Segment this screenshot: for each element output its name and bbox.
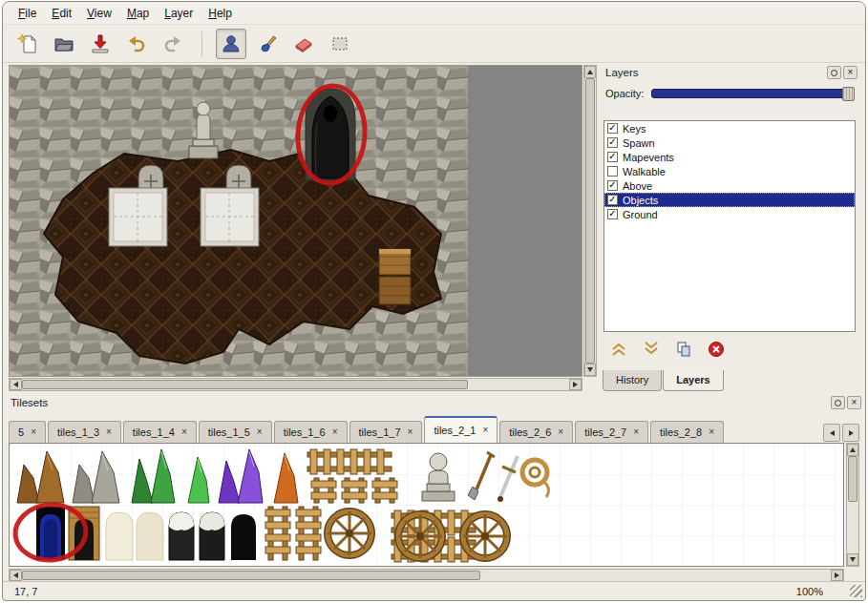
layer-row-keys[interactable]: Keys: [604, 121, 855, 135]
tab-close-icon[interactable]: ×: [31, 427, 36, 437]
selection-tool-button[interactable]: [325, 29, 355, 59]
tileset-tab[interactable]: tiles_2_1 ×: [424, 416, 498, 443]
scroll-up-button[interactable]: [584, 66, 596, 78]
eraser-tool-button[interactable]: [288, 29, 319, 59]
tab-close-icon[interactable]: ×: [181, 427, 187, 437]
scrollbar-thumb[interactable]: [585, 78, 595, 364]
layer-label: Mapevents: [623, 152, 674, 163]
tab-close-icon[interactable]: ×: [332, 427, 338, 437]
layer-row-spawn[interactable]: Spawn: [604, 135, 855, 150]
panel-close-button[interactable]: ×: [847, 396, 861, 409]
tab-close-icon[interactable]: ×: [106, 427, 112, 437]
opacity-slider-handle[interactable]: [842, 87, 855, 101]
layer-visibility-checkbox[interactable]: [607, 152, 618, 162]
tileset-tab[interactable]: 5 ×: [9, 421, 46, 443]
scroll-down-button[interactable]: [584, 364, 596, 376]
delete-layer-button[interactable]: [703, 339, 729, 359]
brush-tool-icon: [257, 33, 278, 54]
panel-detach-button[interactable]: [831, 396, 845, 409]
tab-close-icon[interactable]: ×: [633, 427, 639, 437]
duplicate-layer-button[interactable]: [670, 339, 696, 359]
open-file-button[interactable]: [49, 29, 79, 59]
map-viewport[interactable]: [9, 65, 582, 377]
tab-close-icon[interactable]: ×: [408, 427, 413, 437]
tileset-vertical-scrollbar[interactable]: [846, 443, 859, 567]
tileset-tab[interactable]: tiles_2_7 ×: [575, 421, 648, 443]
tab-label: tiles_2_1: [434, 425, 476, 436]
redo-button[interactable]: [158, 29, 188, 59]
scroll-left-button[interactable]: [10, 570, 22, 581]
arrow-left-icon: [13, 572, 18, 578]
layer-row-above[interactable]: Above: [604, 178, 855, 193]
tileset-tab[interactable]: tiles_1_4 ×: [123, 421, 197, 443]
new-file-button[interactable]: [12, 29, 43, 59]
scrollbar-thumb[interactable]: [848, 456, 857, 502]
scroll-up-button[interactable]: [847, 444, 858, 456]
save-file-button[interactable]: [85, 29, 116, 59]
tileset-tab[interactable]: tiles_1_7 ×: [349, 421, 423, 443]
layer-row-mapevents[interactable]: Mapevents: [604, 150, 855, 164]
panel-detach-button[interactable]: [827, 66, 841, 79]
tab-close-icon[interactable]: ×: [257, 427, 263, 437]
scroll-left-button[interactable]: [10, 379, 22, 390]
scrollbar-thumb[interactable]: [22, 380, 468, 389]
window-resize-grip[interactable]: [850, 585, 862, 597]
tabs-scroll-left-button[interactable]: [823, 424, 840, 442]
layer-visibility-checkbox[interactable]: [607, 137, 618, 148]
tileset-canvas-area[interactable]: [9, 443, 844, 567]
layer-label: Walkable: [623, 166, 666, 177]
tabs-scroll-right-button[interactable]: [842, 424, 859, 442]
menu-map[interactable]: Map: [119, 4, 157, 23]
layers-panel: Layers × Opacity: Keys Spawn Mape: [600, 65, 859, 391]
scroll-right-button[interactable]: [831, 570, 843, 581]
brush-tool-button[interactable]: [252, 29, 283, 59]
menu-file[interactable]: File: [11, 4, 44, 23]
tile-wagon-wheel[interactable]: [463, 514, 507, 558]
tile-wagon-wheel[interactable]: [398, 514, 442, 558]
layer-visibility-checkbox[interactable]: [607, 195, 618, 205]
tileset-canvas[interactable]: [10, 444, 836, 566]
layer-row-ground[interactable]: Ground: [604, 207, 855, 221]
panel-close-button[interactable]: ×: [843, 66, 857, 79]
tile-black-arch[interactable]: [231, 514, 256, 560]
tileset-tab[interactable]: tiles_2_8 ×: [650, 421, 724, 443]
tileset-tab[interactable]: tiles_2_6 ×: [499, 421, 573, 443]
tab-close-icon[interactable]: ×: [482, 426, 488, 435]
menu-layer[interactable]: Layer: [157, 4, 201, 23]
tileset-tab[interactable]: tiles_1_6 ×: [274, 421, 348, 443]
layer-row-objects[interactable]: Objects: [604, 193, 855, 207]
layer-visibility-checkbox[interactable]: [607, 166, 618, 177]
tab-layers[interactable]: Layers: [663, 370, 723, 391]
close-icon: ×: [848, 68, 854, 77]
lower-layer-button[interactable]: [638, 339, 664, 359]
map-canvas[interactable]: [10, 66, 468, 376]
menu-edit[interactable]: Edit: [44, 4, 79, 23]
tileset-tab[interactable]: tiles_1_3 ×: [48, 421, 121, 443]
map-horizontal-scrollbar[interactable]: [9, 378, 582, 391]
opacity-slider[interactable]: [651, 89, 854, 98]
layer-label: Spawn: [623, 137, 655, 149]
scroll-right-button[interactable]: [569, 379, 582, 390]
scrollbar-thumb[interactable]: [22, 571, 480, 580]
undo-button[interactable]: [121, 29, 152, 59]
raise-layer-button[interactable]: [605, 339, 631, 359]
tileset-tab[interactable]: tiles_1_5 ×: [199, 421, 272, 443]
tileset-tabs: 5 × tiles_1_3 × tiles_1_4 × tiles_1_5 × …: [9, 416, 819, 443]
tab-history[interactable]: History: [603, 370, 662, 391]
map-vertical-scrollbar[interactable]: [583, 65, 597, 377]
scroll-down-button[interactable]: [847, 553, 858, 566]
layer-visibility-checkbox[interactable]: [607, 180, 618, 191]
tileset-tile-blue-door[interactable]: [36, 507, 65, 560]
menu-help[interactable]: Help: [201, 4, 240, 23]
menu-view[interactable]: View: [79, 4, 119, 23]
tile-wagon-wheel[interactable]: [328, 511, 371, 555]
tab-close-icon[interactable]: ×: [558, 427, 563, 437]
layer-visibility-checkbox[interactable]: [607, 209, 618, 219]
layer-row-walkable[interactable]: Walkable: [604, 164, 855, 178]
statusbar: 17, 7 100%: [3, 581, 865, 600]
tileset-horizontal-scrollbar[interactable]: [9, 569, 844, 582]
stamp-tool-button[interactable]: [216, 29, 246, 59]
tab-close-icon[interactable]: ×: [709, 427, 714, 437]
layer-visibility-checkbox[interactable]: [607, 123, 618, 134]
stamp-tool-icon: [221, 33, 242, 54]
